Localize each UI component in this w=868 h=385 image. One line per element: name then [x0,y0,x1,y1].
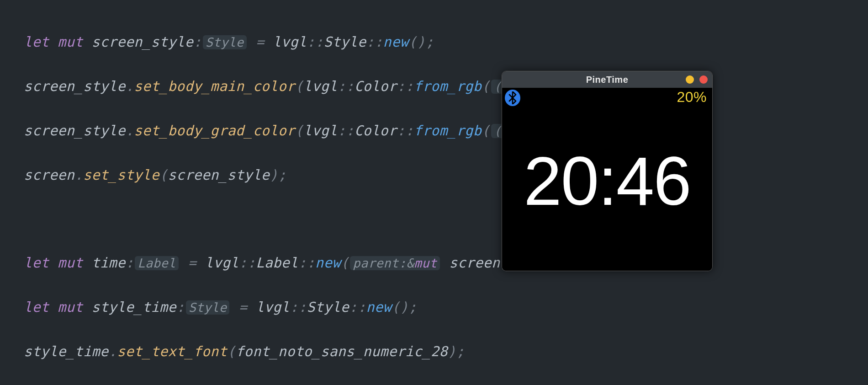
window-controls [686,75,708,84]
code-editor[interactable]: let mut screen_style:Style = lvgl::Style… [0,0,868,385]
minimize-button[interactable] [686,75,694,84]
code-line: let mut style_time:Style = lvgl::Style::… [24,296,868,319]
code-line [24,208,868,230]
inlay-hint-type: Style [203,35,247,49]
inlay-hint-param: parent:&mut [350,256,439,270]
code-line: screen_style.set_body_grad_color(lvgl::C… [24,120,868,142]
code-line: screen_style.set_body_main_color(lvgl::C… [24,75,868,98]
window-titlebar[interactable]: PineTime [502,71,712,88]
code-line: style_time.set_text_font(font_noto_sans_… [24,341,868,363]
watch-screen: 20% 20:46 [502,88,712,271]
window-title: PineTime [586,75,629,85]
clock-time: 20:46 [502,142,712,221]
code-line: let mut screen_style:Style = lvgl::Style… [24,31,868,53]
code-line: screen.set_style(screen_style); [24,164,868,186]
inlay-hint-type: Label [135,256,179,270]
bluetooth-icon [505,90,520,106]
inlay-hint-type: Style [186,300,230,315]
simulator-window[interactable]: PineTime 20% 20:46 [502,71,713,271]
battery-percent: 20% [677,89,707,106]
code-line: let mut time:Label = lvgl::Label::new(pa… [24,252,868,274]
close-button[interactable] [699,75,708,84]
